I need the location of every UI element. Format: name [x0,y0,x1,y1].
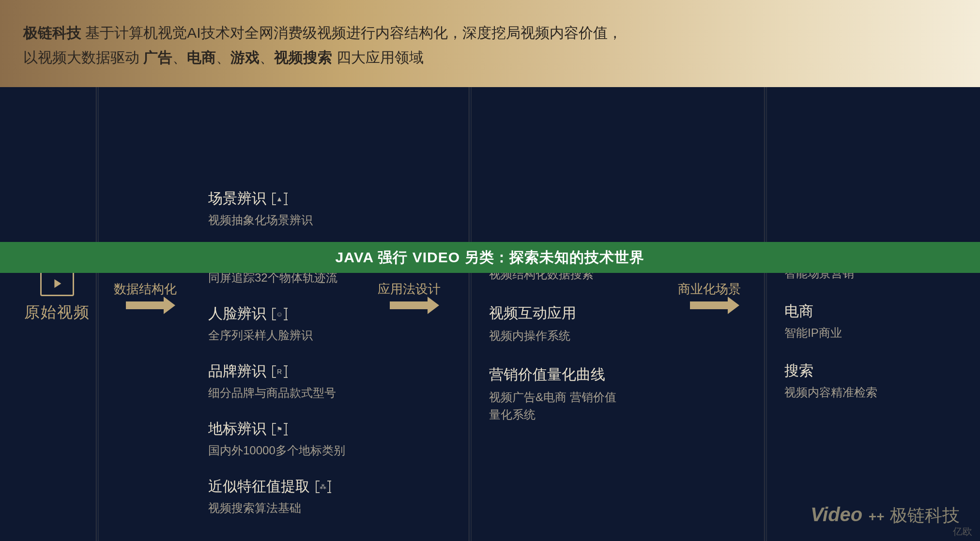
mid-item: 营销价值量化曲线视频广告&电商 营销价值量化系统 [489,365,616,423]
mid-desc: 视频广告&电商 营销价值量化系统 [489,389,616,423]
feature-desc: 视频抽象化场景辨识 [208,212,345,228]
feature-title: 地标辨识⚑ [208,419,345,439]
bracket-icon: ▲ [272,193,287,205]
arrow-3: 商业化场景 [678,281,741,309]
origin-video: 原始视频 [24,271,90,323]
arrow-icon [690,301,729,309]
bracket-icon: ⚑ [272,423,287,436]
overlay-banner-text: JAVA 强行 VIDEO 另类：探索未知的技术世界 [336,248,645,268]
feature-list: 场景辨识▲视频抽象化场景辨识物体辨识⊕同屏追踪32个物体轨迹流人脸辨识☺全序列采… [208,189,345,534]
col-divider-2 [469,87,472,541]
bracket-icon: ☺ [272,308,287,320]
right-desc: 智能IP商业 [784,325,877,341]
video-icon [40,271,74,296]
mid-desc: 视频内操作系统 [489,327,616,345]
bracket-icon: ⁂ [316,481,330,493]
right-desc: 视频内容精准检索 [784,385,877,400]
bracket-icon: R [272,365,287,378]
watermark: 亿欧 [953,525,972,538]
overlay-banner: JAVA 强行 VIDEO 另类：探索未知的技术世界 [0,242,980,273]
arrow-2: 应用法设计 [378,281,441,309]
feature-title: 人脸辨识☺ [208,304,345,324]
mid-item: 视频互动应用视频内操作系统 [489,303,616,345]
origin-label: 原始视频 [24,302,90,323]
footer-logo: Video++ 极链科技 [811,504,960,527]
header-line-2: 以视频大数据驱动 广告、电商、游戏、视频搜索 四大应用领域 [23,45,957,70]
feature-item: 场景辨识▲视频抽象化场景辨识 [208,189,345,228]
diagram-area: 原始视频 数据结构化 应用法设计 商业化场景 场景辨识▲视频抽象化场景辨识物体辨… [0,87,980,541]
arrow-icon [126,301,165,309]
header-line-1: 极链科技 基于计算机视觉AI技术对全网消费级视频进行内容结构化，深度挖局视频内容… [23,20,957,45]
header-banner: 极链科技 基于计算机视觉AI技术对全网消费级视频进行内容结构化，深度挖局视频内容… [0,0,980,87]
feature-desc: 细分品牌与商品款式型号 [208,385,345,401]
right-title: 电商 [784,301,877,321]
arrow-3-label: 商业化场景 [678,281,741,298]
feature-desc: 全序列采样人脸辨识 [208,328,345,343]
feature-item: 近似特征值提取⁂视频搜索算法基础 [208,477,345,516]
feature-title: 近似特征值提取⁂ [208,477,345,496]
feature-item: 人脸辨识☺全序列采样人脸辨识 [208,304,345,343]
right-title: 搜索 [784,361,877,381]
feature-title: 场景辨识▲ [208,189,345,209]
right-item: 搜索视频内容精准检索 [784,361,877,400]
mid-title: 营销价值量化曲线 [489,365,616,385]
right-item: 电商智能IP商业 [784,301,877,341]
feature-item: 地标辨识⚑国内外10000多个地标类别 [208,419,345,458]
arrow-1-label: 数据结构化 [114,281,177,298]
arrow-1: 数据结构化 [114,281,177,309]
feature-desc: 国内外10000多个地标类别 [208,443,345,458]
col-divider-3 [764,87,767,541]
col-divider-1 [96,87,99,541]
feature-title: 品牌辨识R [208,361,345,381]
company-name: 极链科技 [23,25,81,41]
feature-item: 品牌辨识R细分品牌与商品款式型号 [208,361,345,401]
arrow-icon [390,301,429,309]
mid-title: 视频互动应用 [489,303,616,323]
feature-desc: 视频搜索算法基础 [208,500,345,516]
arrow-2-label: 应用法设计 [378,281,441,298]
